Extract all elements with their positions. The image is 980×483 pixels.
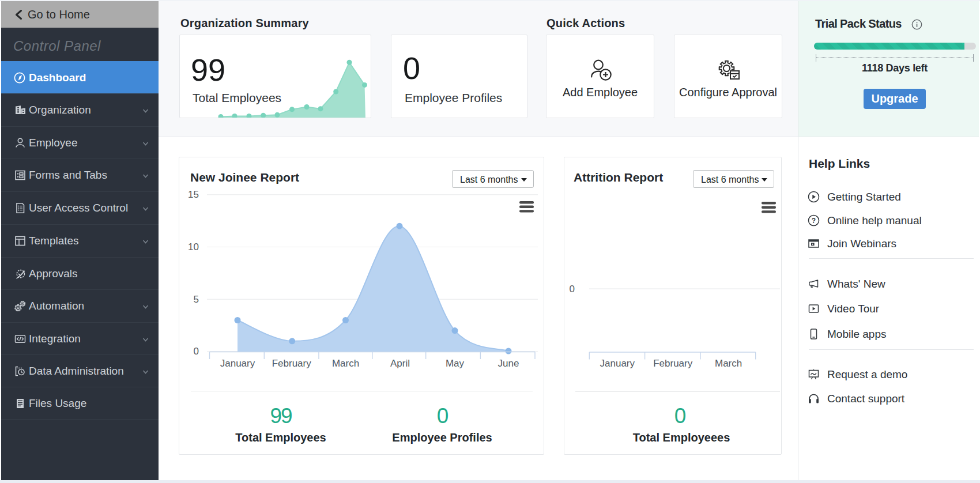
svg-text:April: April [390, 358, 410, 369]
svg-text:February: February [272, 358, 312, 369]
svg-text:0: 0 [570, 284, 575, 295]
svg-text:February: February [653, 358, 693, 369]
svg-text:10: 10 [188, 242, 199, 252]
svg-text:January: January [220, 358, 255, 369]
svg-text:5: 5 [194, 294, 199, 305]
svg-text:15: 15 [188, 189, 199, 200]
svg-text:May: May [446, 358, 465, 369]
svg-text:0: 0 [194, 346, 199, 357]
svg-text:?: ? [812, 217, 816, 225]
svg-text:March: March [715, 358, 742, 369]
svg-text:March: March [332, 358, 359, 369]
svg-text:June: June [498, 358, 519, 369]
svg-text:January: January [600, 358, 635, 369]
